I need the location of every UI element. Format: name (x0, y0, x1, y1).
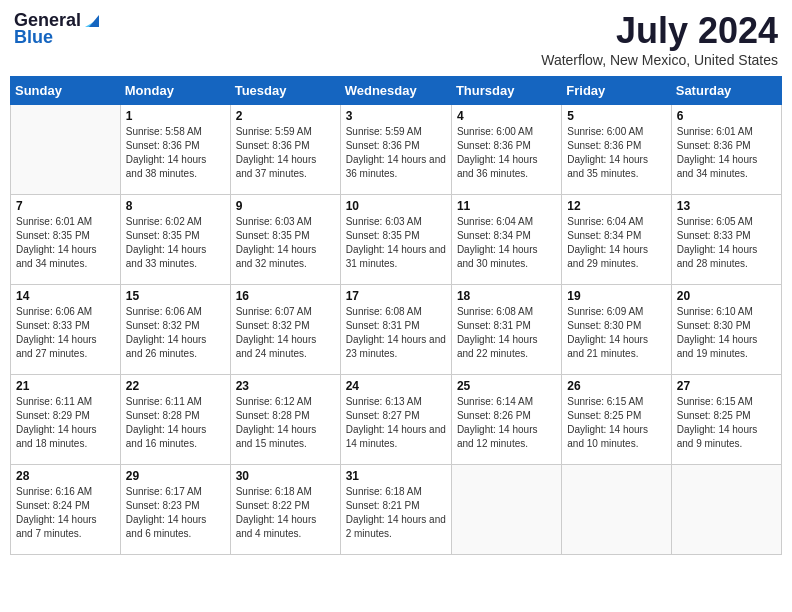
calendar-cell: 20Sunrise: 6:10 AM Sunset: 8:30 PM Dayli… (671, 285, 781, 375)
day-info: Sunrise: 6:04 AM Sunset: 8:34 PM Dayligh… (567, 215, 665, 271)
day-number: 10 (346, 199, 446, 213)
day-info: Sunrise: 6:02 AM Sunset: 8:35 PM Dayligh… (126, 215, 225, 271)
day-number: 31 (346, 469, 446, 483)
day-info: Sunrise: 6:06 AM Sunset: 8:32 PM Dayligh… (126, 305, 225, 361)
weekday-header-friday: Friday (562, 77, 671, 105)
calendar-cell: 4Sunrise: 6:00 AM Sunset: 8:36 PM Daylig… (451, 105, 561, 195)
day-number: 22 (126, 379, 225, 393)
calendar-cell: 12Sunrise: 6:04 AM Sunset: 8:34 PM Dayli… (562, 195, 671, 285)
weekday-header-tuesday: Tuesday (230, 77, 340, 105)
calendar-cell: 25Sunrise: 6:14 AM Sunset: 8:26 PM Dayli… (451, 375, 561, 465)
day-number: 6 (677, 109, 776, 123)
calendar-cell: 16Sunrise: 6:07 AM Sunset: 8:32 PM Dayli… (230, 285, 340, 375)
calendar-cell: 18Sunrise: 6:08 AM Sunset: 8:31 PM Dayli… (451, 285, 561, 375)
day-number: 23 (236, 379, 335, 393)
day-info: Sunrise: 6:14 AM Sunset: 8:26 PM Dayligh… (457, 395, 556, 451)
day-info: Sunrise: 6:08 AM Sunset: 8:31 PM Dayligh… (346, 305, 446, 361)
day-info: Sunrise: 6:10 AM Sunset: 8:30 PM Dayligh… (677, 305, 776, 361)
svg-marker-1 (89, 15, 99, 27)
day-number: 5 (567, 109, 665, 123)
day-info: Sunrise: 6:15 AM Sunset: 8:25 PM Dayligh… (677, 395, 776, 451)
day-info: Sunrise: 6:06 AM Sunset: 8:33 PM Dayligh… (16, 305, 115, 361)
weekday-header-saturday: Saturday (671, 77, 781, 105)
calendar-cell: 28Sunrise: 6:16 AM Sunset: 8:24 PM Dayli… (11, 465, 121, 555)
calendar-week-row: 1Sunrise: 5:58 AM Sunset: 8:36 PM Daylig… (11, 105, 782, 195)
day-number: 11 (457, 199, 556, 213)
calendar-cell: 26Sunrise: 6:15 AM Sunset: 8:25 PM Dayli… (562, 375, 671, 465)
day-info: Sunrise: 6:01 AM Sunset: 8:36 PM Dayligh… (677, 125, 776, 181)
day-number: 18 (457, 289, 556, 303)
calendar-cell: 23Sunrise: 6:12 AM Sunset: 8:28 PM Dayli… (230, 375, 340, 465)
day-number: 30 (236, 469, 335, 483)
day-info: Sunrise: 6:00 AM Sunset: 8:36 PM Dayligh… (567, 125, 665, 181)
day-number: 3 (346, 109, 446, 123)
day-info: Sunrise: 6:12 AM Sunset: 8:28 PM Dayligh… (236, 395, 335, 451)
day-number: 12 (567, 199, 665, 213)
calendar-cell (671, 465, 781, 555)
calendar-cell (11, 105, 121, 195)
calendar-cell: 6Sunrise: 6:01 AM Sunset: 8:36 PM Daylig… (671, 105, 781, 195)
calendar-week-row: 14Sunrise: 6:06 AM Sunset: 8:33 PM Dayli… (11, 285, 782, 375)
day-info: Sunrise: 6:03 AM Sunset: 8:35 PM Dayligh… (346, 215, 446, 271)
calendar-cell: 30Sunrise: 6:18 AM Sunset: 8:22 PM Dayli… (230, 465, 340, 555)
day-info: Sunrise: 6:05 AM Sunset: 8:33 PM Dayligh… (677, 215, 776, 271)
day-info: Sunrise: 6:13 AM Sunset: 8:27 PM Dayligh… (346, 395, 446, 451)
weekday-header-thursday: Thursday (451, 77, 561, 105)
day-number: 26 (567, 379, 665, 393)
calendar-week-row: 7Sunrise: 6:01 AM Sunset: 8:35 PM Daylig… (11, 195, 782, 285)
day-info: Sunrise: 6:08 AM Sunset: 8:31 PM Dayligh… (457, 305, 556, 361)
weekday-header-wednesday: Wednesday (340, 77, 451, 105)
day-number: 19 (567, 289, 665, 303)
day-info: Sunrise: 6:01 AM Sunset: 8:35 PM Dayligh… (16, 215, 115, 271)
day-number: 8 (126, 199, 225, 213)
month-title: July 2024 (541, 10, 778, 52)
calendar-cell: 8Sunrise: 6:02 AM Sunset: 8:35 PM Daylig… (120, 195, 230, 285)
day-number: 16 (236, 289, 335, 303)
day-number: 25 (457, 379, 556, 393)
calendar-cell: 15Sunrise: 6:06 AM Sunset: 8:32 PM Dayli… (120, 285, 230, 375)
page-header: General Blue July 2024 Waterflow, New Me… (10, 10, 782, 68)
calendar-cell: 24Sunrise: 6:13 AM Sunset: 8:27 PM Dayli… (340, 375, 451, 465)
calendar-cell: 5Sunrise: 6:00 AM Sunset: 8:36 PM Daylig… (562, 105, 671, 195)
weekday-header-monday: Monday (120, 77, 230, 105)
calendar-cell: 22Sunrise: 6:11 AM Sunset: 8:28 PM Dayli… (120, 375, 230, 465)
calendar-cell: 2Sunrise: 5:59 AM Sunset: 8:36 PM Daylig… (230, 105, 340, 195)
day-number: 9 (236, 199, 335, 213)
day-info: Sunrise: 6:04 AM Sunset: 8:34 PM Dayligh… (457, 215, 556, 271)
day-number: 7 (16, 199, 115, 213)
day-info: Sunrise: 6:09 AM Sunset: 8:30 PM Dayligh… (567, 305, 665, 361)
day-number: 2 (236, 109, 335, 123)
day-number: 14 (16, 289, 115, 303)
day-number: 24 (346, 379, 446, 393)
day-info: Sunrise: 5:59 AM Sunset: 8:36 PM Dayligh… (346, 125, 446, 181)
day-info: Sunrise: 6:07 AM Sunset: 8:32 PM Dayligh… (236, 305, 335, 361)
calendar-cell (451, 465, 561, 555)
day-info: Sunrise: 6:18 AM Sunset: 8:22 PM Dayligh… (236, 485, 335, 541)
calendar-header-row: SundayMondayTuesdayWednesdayThursdayFrid… (11, 77, 782, 105)
day-info: Sunrise: 5:59 AM Sunset: 8:36 PM Dayligh… (236, 125, 335, 181)
day-number: 15 (126, 289, 225, 303)
day-info: Sunrise: 6:03 AM Sunset: 8:35 PM Dayligh… (236, 215, 335, 271)
day-info: Sunrise: 5:58 AM Sunset: 8:36 PM Dayligh… (126, 125, 225, 181)
calendar-cell: 11Sunrise: 6:04 AM Sunset: 8:34 PM Dayli… (451, 195, 561, 285)
calendar-table: SundayMondayTuesdayWednesdayThursdayFrid… (10, 76, 782, 555)
calendar-cell: 7Sunrise: 6:01 AM Sunset: 8:35 PM Daylig… (11, 195, 121, 285)
calendar-cell: 3Sunrise: 5:59 AM Sunset: 8:36 PM Daylig… (340, 105, 451, 195)
day-info: Sunrise: 6:17 AM Sunset: 8:23 PM Dayligh… (126, 485, 225, 541)
day-number: 21 (16, 379, 115, 393)
day-info: Sunrise: 6:00 AM Sunset: 8:36 PM Dayligh… (457, 125, 556, 181)
location-title: Waterflow, New Mexico, United States (541, 52, 778, 68)
day-info: Sunrise: 6:11 AM Sunset: 8:29 PM Dayligh… (16, 395, 115, 451)
calendar-cell: 19Sunrise: 6:09 AM Sunset: 8:30 PM Dayli… (562, 285, 671, 375)
title-block: July 2024 Waterflow, New Mexico, United … (541, 10, 778, 68)
day-info: Sunrise: 6:16 AM Sunset: 8:24 PM Dayligh… (16, 485, 115, 541)
calendar-cell: 27Sunrise: 6:15 AM Sunset: 8:25 PM Dayli… (671, 375, 781, 465)
calendar-cell: 17Sunrise: 6:08 AM Sunset: 8:31 PM Dayli… (340, 285, 451, 375)
calendar-cell: 13Sunrise: 6:05 AM Sunset: 8:33 PM Dayli… (671, 195, 781, 285)
day-info: Sunrise: 6:15 AM Sunset: 8:25 PM Dayligh… (567, 395, 665, 451)
calendar-cell: 9Sunrise: 6:03 AM Sunset: 8:35 PM Daylig… (230, 195, 340, 285)
calendar-cell: 1Sunrise: 5:58 AM Sunset: 8:36 PM Daylig… (120, 105, 230, 195)
day-number: 27 (677, 379, 776, 393)
logo-blue-text: Blue (14, 27, 53, 48)
calendar-cell: 21Sunrise: 6:11 AM Sunset: 8:29 PM Dayli… (11, 375, 121, 465)
